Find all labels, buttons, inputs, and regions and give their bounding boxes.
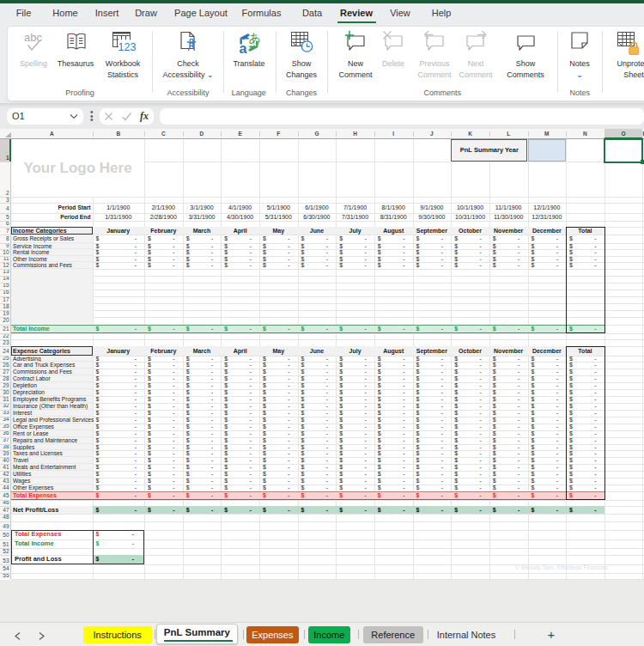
svg-text:あ: あ	[249, 31, 261, 45]
svg-text:123: 123	[118, 41, 137, 53]
svg-text:abc: abc	[24, 31, 42, 44]
svg-text:a: a	[240, 41, 247, 55]
